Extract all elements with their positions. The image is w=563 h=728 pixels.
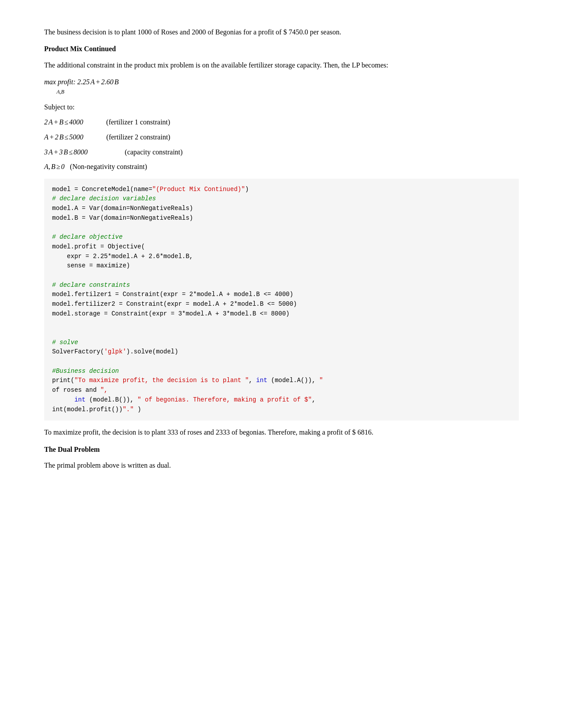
constraint-non-negativity: A, B ≥ 0 (Non-negativity constraint) [44, 161, 519, 173]
max-profit-label: max profit: 2.25 A + 2.60 B [44, 78, 119, 86]
code-block: model = ConcreteModel(name="(Product Mix… [44, 179, 519, 421]
constraint-capacity: 3 A + 3 B ≤ 8000 (capacity constraint) [44, 146, 519, 158]
max-profit-subscript: A,B [57, 88, 119, 96]
heading-product-mix: Product Mix Continued [44, 43, 519, 55]
heading-dual-problem: The Dual Problem [44, 444, 519, 455]
result-paragraph: To maximize profit, the decision is to p… [44, 427, 519, 438]
dual-paragraph: The primal problem above is written as d… [44, 460, 519, 471]
max-profit-expr: : 2.25 A + 2.60 B [73, 78, 119, 86]
constraint-fertilizer1: 2 A + B ≤ 4000 (fertilizer 1 constraint) [44, 116, 519, 128]
additional-constraint-paragraph: The additional constraint in the product… [44, 60, 519, 71]
subject-to-label: Subject to: [44, 101, 519, 113]
constraint-fertilizer2: A + 2 B ≤ 5000 (fertilizer 2 constraint) [44, 131, 519, 143]
intro-paragraph: The business decision is to plant 1000 o… [44, 26, 519, 38]
max-profit-formula: max profit: 2.25 A + 2.60 B A,B [44, 76, 519, 96]
